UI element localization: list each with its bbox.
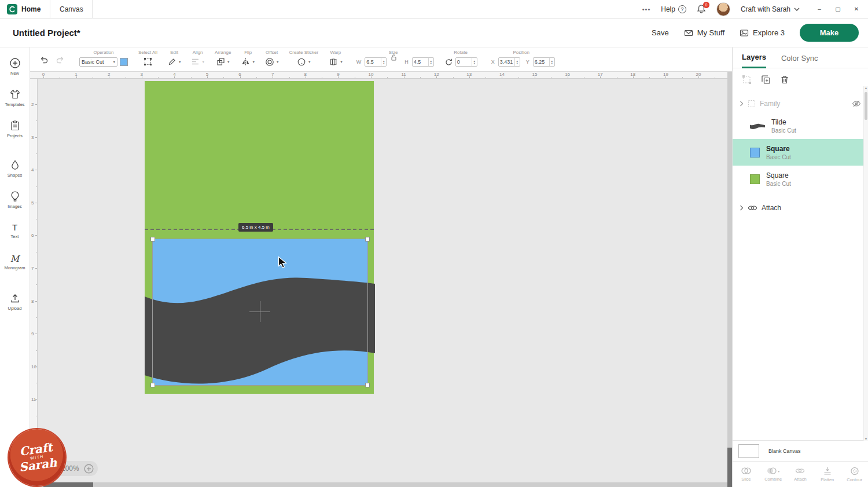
scroll-up-arrow[interactable]: ▲ xyxy=(864,86,868,90)
chevron-down-icon[interactable]: ▾ xyxy=(340,60,343,64)
flip-icon[interactable] xyxy=(241,57,250,66)
minimize-button[interactable]: – xyxy=(810,0,829,18)
layer-row-square-green[interactable]: Square Basic Cut xyxy=(733,166,868,192)
attach-icon xyxy=(795,467,805,475)
scroll-down-arrow[interactable]: ▼ xyxy=(864,437,868,441)
help-button[interactable]: Help ? xyxy=(661,5,686,13)
chevron-down-icon[interactable]: ▾ xyxy=(252,60,255,64)
width-field[interactable]: ▴▾ xyxy=(365,57,387,67)
sidebar-item-images[interactable]: Images xyxy=(0,184,30,215)
select-all-icon[interactable] xyxy=(144,57,152,66)
tab-layers[interactable]: Layers xyxy=(742,53,766,68)
create-sticker-icon[interactable] xyxy=(297,57,306,67)
project-bar: Untitled Project* Save My Stuff Explore … xyxy=(0,19,868,47)
chevron-down-icon[interactable]: ▾ xyxy=(227,60,230,64)
stepper[interactable]: ▴▾ xyxy=(381,58,386,66)
layer-row-family[interactable]: Family xyxy=(733,95,868,112)
maximize-button[interactable]: ▢ xyxy=(829,0,847,18)
position-y-field[interactable]: ▴▾ xyxy=(533,57,555,67)
sidebar-item-text[interactable]: T Text xyxy=(0,215,30,247)
overflow-menu-icon[interactable]: ••• xyxy=(642,6,651,13)
position-x-field[interactable]: ▴▾ xyxy=(498,57,520,67)
vertical-scrollbar-thumb[interactable] xyxy=(727,448,732,487)
resize-handle-bottom-right[interactable] xyxy=(365,383,370,387)
make-button[interactable]: Make xyxy=(800,24,859,42)
home-tab[interactable]: Home xyxy=(0,0,50,18)
explore-button[interactable]: Explore 3 xyxy=(740,28,785,38)
blank-canvas-swatch[interactable] xyxy=(738,444,759,458)
account-menu[interactable]: Craft with Sarah xyxy=(741,5,800,13)
sidebar-item-upload[interactable]: Upload xyxy=(0,286,30,317)
chevron-down-icon[interactable]: ▾ xyxy=(202,60,204,64)
panel-scrollbar-thumb[interactable] xyxy=(865,92,867,120)
sidebar-item-projects[interactable]: Projects xyxy=(0,113,30,145)
align-icon[interactable] xyxy=(191,57,200,66)
undo-button[interactable] xyxy=(39,55,49,64)
canvas-tab[interactable]: Canvas xyxy=(50,0,93,18)
rotate-group: Rotate ▴▾ xyxy=(439,47,483,71)
rotate-icon[interactable] xyxy=(444,58,453,67)
arrange-icon[interactable] xyxy=(216,57,225,66)
layer-row-square-blue[interactable]: Square Basic Cut xyxy=(733,139,868,166)
notifications-button[interactable]: 0 xyxy=(697,4,706,14)
operation-select[interactable]: Basic Cut ▾ xyxy=(79,57,117,67)
attach-button[interactable]: Attach xyxy=(787,462,814,487)
offset-icon[interactable] xyxy=(265,57,274,67)
monogram-icon: M xyxy=(10,254,19,263)
sidebar-item-monogram[interactable]: M Monogram xyxy=(0,247,30,278)
layer-row-tilde[interactable]: Tilde Basic Cut xyxy=(733,112,868,139)
tab-color-sync[interactable]: Color Sync xyxy=(781,54,818,68)
layer-row-attach[interactable]: Attach xyxy=(733,198,868,218)
warp-icon[interactable] xyxy=(329,57,338,67)
close-button[interactable]: ✕ xyxy=(847,0,866,18)
sidebar-item-templates[interactable]: Templates xyxy=(0,82,30,113)
height-field[interactable]: ▴▾ xyxy=(412,57,434,67)
chevron-down-icon[interactable]: ▾ xyxy=(308,60,311,64)
layer-actions xyxy=(733,68,868,90)
edit-pencil-icon[interactable] xyxy=(168,57,176,66)
stepper[interactable]: ▴▾ xyxy=(549,58,554,66)
chevron-right-icon[interactable] xyxy=(740,101,744,107)
resize-handle-top-left[interactable] xyxy=(150,237,155,241)
horizontal-scrollbar[interactable] xyxy=(30,482,727,487)
selection-bounding-box[interactable] xyxy=(152,239,368,386)
resize-handle-bottom-left[interactable] xyxy=(150,383,155,387)
aspect-lock-icon[interactable] xyxy=(391,54,397,61)
zoom-in-button[interactable] xyxy=(84,464,94,474)
redo-button[interactable] xyxy=(56,55,65,64)
duplicate-icon[interactable] xyxy=(761,75,771,85)
my-stuff-button[interactable]: My Stuff xyxy=(684,28,724,38)
eye-hidden-icon[interactable] xyxy=(852,100,861,108)
stepper[interactable]: ▴▾ xyxy=(428,58,433,66)
trash-icon[interactable] xyxy=(780,75,789,85)
edit-toolbar: Operation Basic Cut ▾ Select All Edit ▾ … xyxy=(30,47,732,72)
stepper[interactable]: ▴▾ xyxy=(514,58,520,66)
sidebar-item-shapes[interactable]: Shapes xyxy=(0,153,30,184)
left-sidebar: New Templates Projects Shapes Images T T… xyxy=(0,47,30,487)
create-sticker-group: Create Sticker ▾ xyxy=(284,47,323,71)
slice-button[interactable]: Slice xyxy=(733,462,760,487)
chevron-right-icon[interactable] xyxy=(740,205,744,211)
rotate-field[interactable]: ▴▾ xyxy=(455,57,477,67)
horizontal-scrollbar-thumb[interactable] xyxy=(43,482,93,487)
blank-canvas-row[interactable]: Blank Canvas xyxy=(733,441,868,462)
chevron-down-icon[interactable]: ▾ xyxy=(277,60,279,64)
combine-icon xyxy=(767,467,777,475)
vertical-scrollbar[interactable] xyxy=(727,72,732,487)
stepper[interactable]: ▴▾ xyxy=(472,58,477,66)
canvas[interactable]: 01234567891011121314151617181920 2345678… xyxy=(30,72,727,487)
droplet-icon xyxy=(9,159,21,171)
flatten-icon xyxy=(823,467,832,475)
panel-scrollbar[interactable]: ▲ ▼ xyxy=(863,86,868,441)
avatar[interactable] xyxy=(716,2,730,16)
save-button[interactable]: Save xyxy=(652,28,669,37)
group-icon[interactable] xyxy=(742,75,752,85)
question-icon: ? xyxy=(678,5,686,13)
flatten-button[interactable]: Flatten xyxy=(814,462,841,487)
sidebar-item-new[interactable]: New xyxy=(0,51,30,82)
contour-button[interactable]: Contour xyxy=(841,462,868,487)
chevron-down-icon[interactable]: ▾ xyxy=(179,60,181,64)
resize-handle-top-right[interactable] xyxy=(365,237,370,241)
combine-button[interactable]: ▾ Combine xyxy=(760,462,787,487)
color-swatch[interactable] xyxy=(120,58,128,66)
